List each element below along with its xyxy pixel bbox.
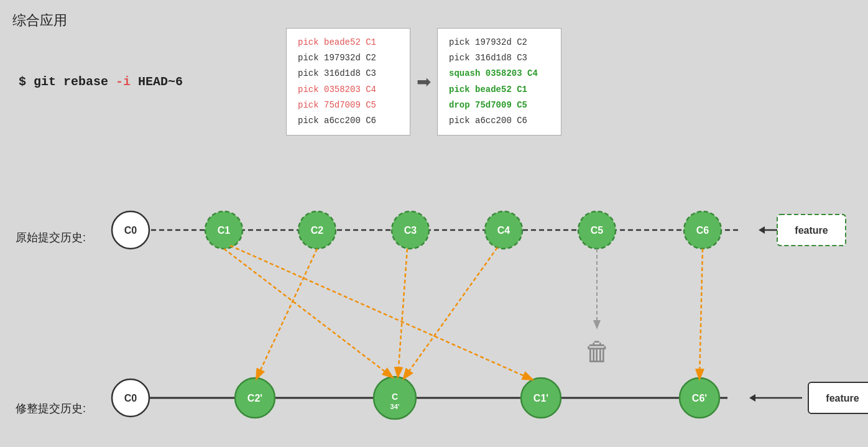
svg-text:feature: feature [795,225,828,236]
svg-text:C: C [392,392,398,402]
svg-text:C6': C6' [692,393,707,403]
svg-text:feature: feature [826,393,859,403]
svg-marker-20 [593,320,601,329]
svg-text:34': 34' [390,403,400,410]
svg-line-41 [404,247,497,378]
svg-line-40 [398,249,407,376]
svg-text:C6: C6 [696,225,709,236]
svg-text:C4: C4 [497,225,510,236]
svg-line-42 [699,249,703,378]
svg-text:C2: C2 [311,225,324,236]
svg-marker-2 [759,226,765,234]
after-box: pick 197932d C2 pick 316d1d8 C3 squash 0… [437,28,561,136]
graph-svg: C0 C1 C2 C3 C4 C5 C6 feature 🗑 C0 C2' C … [0,180,868,447]
svg-line-43 [230,246,532,379]
svg-text:C0: C0 [124,393,137,403]
command-section: $ git rebase -i HEAD~6 [19,75,183,89]
svg-text:C1: C1 [218,225,231,236]
before-box: pick beade52 C1 pick 197932d C2 pick 316… [286,28,410,136]
svg-text:C2': C2' [247,393,262,403]
svg-text:C1': C1' [533,393,548,403]
svg-text:C0: C0 [124,225,137,236]
svg-marker-24 [749,394,755,402]
svg-text:🗑: 🗑 [584,337,611,366]
svg-text:C3: C3 [404,225,417,236]
arrow-right: ➡ [417,71,431,92]
page-title: 综合应用 [12,11,67,30]
svg-text:C5: C5 [591,225,604,236]
rebase-boxes: pick beade52 C1 pick 197932d C2 pick 316… [286,28,561,136]
